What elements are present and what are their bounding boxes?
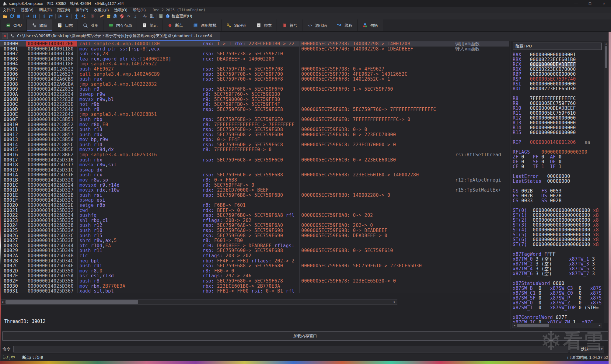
- menu-item[interactable]: 插件(P): [73, 8, 91, 13]
- menu-item[interactable]: 收藏夹(I): [91, 8, 111, 13]
- scroll-thumb[interactable]: [605, 46, 607, 68]
- registers-hscrollbar[interactable]: ◄ ►: [512, 323, 602, 328]
- register-row[interactable]: ZF 0 PF 0 AF 0: [513, 154, 603, 159]
- trace-row[interactable]: 00026000000014025D33Cpush r15rsp: 5EC759…: [0, 233, 509, 238]
- pause-button[interactable]: [31, 13, 38, 19]
- trace-row[interactable]: 00028000000014025D344btc r10d,EAr10: DEA…: [0, 243, 509, 248]
- trace-row[interactable]: 0000F00000001402C8B51push rbprsp: 5EC759…: [0, 117, 509, 122]
- trace-row[interactable]: 0000D0000000140222840push r8rsp: 5EC759F…: [0, 107, 509, 112]
- register-row[interactable]: [513, 91, 603, 96]
- trace-row[interactable]: 00020000000014025D32Esetge r8br8: F6B8->…: [0, 203, 509, 208]
- trace-row[interactable]: 00029000000014025D349push r11rsp: 5EC759…: [0, 248, 509, 253]
- command-input[interactable]: [13, 346, 568, 352]
- register-row[interactable]: [513, 169, 603, 174]
- trace-row[interactable]: 000030000000140001188lea rcx,qword ptr d…: [0, 57, 509, 62]
- register-row[interactable]: x87TW_6 3 (空) x87TW_7 3: [513, 271, 603, 276]
- register-row[interactable]: x87SW_I 0 x87SW_TOP 0 (ST0=: [513, 305, 603, 310]
- register-row[interactable]: x87TW_0 3 (空) x87TW_1 3: [513, 257, 603, 262]
- chevron-down-icon[interactable]: ▼: [599, 348, 604, 351]
- register-row[interactable]: RDX 00000223ECD70000: [513, 67, 603, 72]
- trace-row[interactable]: 000050000000140126522push 4FE9627rsp: 5E…: [0, 67, 509, 72]
- register-row[interactable]: RDI 00000223ECE65D30: [513, 86, 603, 91]
- tab-script[interactable]: 脚本: [251, 19, 277, 31]
- register-row[interactable]: R13 0000000000000000: [513, 120, 603, 125]
- register-row[interactable]: ST(0) 00000000000000000000 x8: [513, 208, 603, 213]
- trace-row[interactable]: 0001E000000014025D32Bpush rsirsp: 5EC759…: [0, 193, 509, 198]
- register-row[interactable]: R9 0000005EC759F760: [513, 101, 603, 106]
- register-row[interactable]: CS 0033 SS 002B: [513, 198, 603, 203]
- tab-log[interactable]: 日志: [52, 19, 78, 31]
- patch-red-button[interactable]: [119, 13, 125, 19]
- register-row[interactable]: x87ControlWord 027F: [513, 315, 603, 320]
- trace-row[interactable]: 0001600000001402C8B62jmp sample3.4.vmp.1…: [0, 152, 509, 158]
- trace-row[interactable]: 0002A000000014025D34Bclcrflags: 203-> 20…: [0, 253, 509, 258]
- tab-cpu[interactable]: 64CPU: [1, 19, 27, 31]
- scroll-thumb[interactable]: [517, 324, 549, 327]
- menu-item[interactable]: 帮助(H): [130, 8, 148, 13]
- maximize-button[interactable]: □: [583, 0, 597, 7]
- trace-row[interactable]: 00031000000014025D367xadd sil,bplrbp: FF…: [0, 289, 509, 293]
- comment-button[interactable]: [105, 13, 112, 19]
- register-row[interactable]: OF 0 SF 0 DF 0: [513, 159, 603, 164]
- stop-button[interactable]: [15, 13, 22, 19]
- trace-row[interactable]: 0001C000000014025D324movsxd r9,r14dr9: 5…: [0, 183, 509, 188]
- scroll-up-icon[interactable]: ▲: [604, 42, 608, 46]
- register-row[interactable]: RSP 0000005EC759F740: [513, 77, 603, 81]
- register-row[interactable]: CF 0 TF 1 IF 1: [513, 164, 603, 169]
- trace-row[interactable]: 0000A0000000140222834bswap r9wr9: 5EC759…: [0, 92, 509, 97]
- register-row[interactable]: [513, 145, 603, 150]
- tab-source[interactable]: </>源代码: [302, 19, 332, 31]
- dollar-button[interactable]: $: [89, 13, 96, 19]
- registers-list[interactable]: RAX 0000000000000001RBX 00000223ECE601B0…: [513, 52, 603, 323]
- register-row[interactable]: [513, 135, 603, 140]
- font-button[interactable]: A2: [141, 13, 148, 19]
- close-button[interactable]: ×: [597, 0, 611, 7]
- register-row[interactable]: ST(7) 00000000000000000000 x8: [513, 242, 603, 247]
- register-row[interactable]: R15 0000000000000000: [513, 130, 603, 135]
- trace-row[interactable]: 000020000000140001184sub rsp,28rsp: 5EC7…: [0, 51, 509, 57]
- run-trace-button[interactable]: [57, 13, 64, 19]
- tab-trace[interactable]: 跟踪: [27, 19, 52, 31]
- trace-row[interactable]: 0002F000000014025D35Epush r8rsp: 5EC759F…: [0, 279, 509, 284]
- menu-item[interactable]: 文件(F): [0, 8, 18, 13]
- hash-button[interactable]: #: [132, 13, 139, 19]
- register-row[interactable]: [513, 276, 603, 281]
- command-profile-dropdown[interactable]: 默认 ▼: [570, 346, 604, 352]
- scroll-right-icon[interactable]: ►: [392, 300, 397, 304]
- trace-row[interactable]: 000000000000140001206call sample3.4.vmp.…: [0, 41, 509, 47]
- step-over-button[interactable]: [47, 13, 54, 19]
- tab-notes[interactable]: 笔记: [137, 19, 162, 31]
- tab-refs[interactable]: 引用: [78, 19, 103, 31]
- minimize-button[interactable]: —: [569, 0, 583, 7]
- register-row[interactable]: R8 7FFFFFFFFFFFFFFC: [513, 96, 603, 101]
- tab-breakpoint[interactable]: 断点: [162, 19, 188, 31]
- calculator-button[interactable]: [158, 13, 164, 19]
- trace-row[interactable]: 00021000000014025D332cwdrdx: BEEF-> 0: [0, 208, 509, 213]
- tab-symbols[interactable]: 符号: [277, 19, 302, 31]
- exec-till-return-button[interactable]: [73, 13, 80, 19]
- register-row[interactable]: x87TW_2 3 (空) x87TW_3 3: [513, 262, 603, 266]
- step-into-button[interactable]: [41, 13, 47, 19]
- menu-item[interactable]: 调试(D): [36, 8, 54, 13]
- trace-row[interactable]: 0001400000001402C8B5Cpush r14rsp: 5EC759…: [0, 142, 509, 147]
- trace-row[interactable]: 0001200000001402C8B57push rdxrsp: 5EC759…: [0, 132, 509, 137]
- trace-row[interactable]: 000060000000140126527call sample3.4.vmp.…: [0, 72, 509, 77]
- register-row[interactable]: ST(3) 00000000000000000000 x8: [513, 223, 603, 227]
- trace-row[interactable]: 0001D000000014025D327movzx rdx,r10wrdx: …: [0, 188, 509, 193]
- scroll-right-icon[interactable]: ►: [598, 323, 602, 328]
- register-row[interactable]: x87TagWord FFFF: [513, 252, 603, 257]
- register-row[interactable]: x87SW_C1 0 x87SW_C0 0 x87S: [513, 291, 603, 296]
- register-row[interactable]: x87SW_SF 0 x87SW_P 0 x87S: [513, 296, 603, 300]
- calc-goto-button[interactable]: [148, 13, 155, 19]
- trace-row[interactable]: 0002D000000014025D350mov r8,0r8: FB0-> 0: [0, 269, 509, 274]
- trace-row[interactable]: 000090000000140222832push r9rsp: 5EC759F…: [0, 87, 509, 92]
- trace-row[interactable]: 0002E000000014025D35Absr esi,r13drflags:…: [0, 273, 509, 279]
- register-row[interactable]: RFLAGS 0000000000000300: [513, 150, 603, 154]
- register-row[interactable]: x87StatusWord 0000: [513, 281, 603, 286]
- register-row[interactable]: [513, 203, 603, 208]
- register-row[interactable]: LastStatus 00000000: [513, 179, 603, 184]
- register-row[interactable]: RSI 0000000000000000: [513, 81, 603, 86]
- register-row[interactable]: RBX 00000223ECE601B0: [513, 57, 603, 62]
- register-row[interactable]: GS 002B FS 0053: [513, 189, 603, 193]
- register-row[interactable]: ST(6) 00000000000000000000 x8: [513, 237, 603, 242]
